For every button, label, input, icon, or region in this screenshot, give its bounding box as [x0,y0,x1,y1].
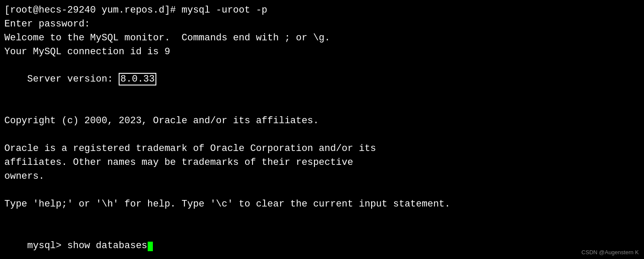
line-enter-password: Enter password: [4,17,640,31]
terminal-cursor [148,242,153,251]
blank-line-1 [4,100,640,114]
blank-line-3 [4,184,640,197]
blank-line-4 [4,211,640,225]
blank-line-2 [4,128,640,142]
version-number: 8.0.33 [119,73,156,85]
line-command: [root@hecs-29240 yum.repos.d]# mysql -ur… [4,3,640,17]
line-oracle-2: affiliates. Other names may be trademark… [4,156,640,170]
line-copyright: Copyright (c) 2000, 2023, Oracle and/or … [4,114,640,128]
line-welcome: Welcome to the MySQL monitor. Commands e… [4,31,640,45]
line-oracle-3: owners. [4,170,640,184]
line-help: Type 'help;' or '\h' for help. Type '\c'… [4,197,640,211]
line-oracle-1: Oracle is a registered trademark of Orac… [4,142,640,156]
server-version-label: Server version: [27,74,119,85]
line-connection-id: Your MySQL connection id is 9 [4,45,640,59]
line-prompt[interactable]: mysql> show databases [4,225,640,259]
terminal-window: [root@hecs-29240 yum.repos.d]# mysql -ur… [0,0,644,259]
line-server-version: Server version: 8.0.33 [4,59,640,101]
watermark: CSDN @Augenstern K [582,249,639,256]
prompt-text: mysql> show databases [27,240,147,251]
